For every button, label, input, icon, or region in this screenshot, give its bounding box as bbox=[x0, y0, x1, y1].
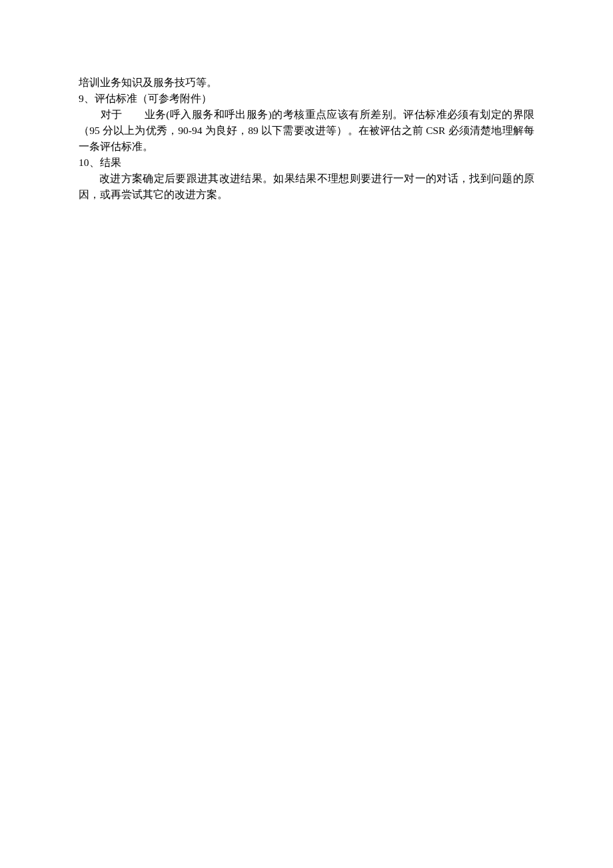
heading-item-9: 9、评估标准（可参考附件） bbox=[79, 91, 534, 107]
paragraph-result: 改进方案确定后要跟进其改进结果。如果结果不理想则要进行一对一的对话，找到问题的原… bbox=[79, 171, 534, 203]
paragraph-evaluation-standard: 对于 业务(呼入服务和呼出服务)的考核重点应该有所差别。评估标准必须有划定的界限… bbox=[79, 107, 534, 155]
paragraph-training-skills: 培训业务知识及服务技巧等。 bbox=[79, 75, 534, 91]
heading-item-10: 10、结果 bbox=[79, 155, 534, 171]
document-body: 培训业务知识及服务技巧等。 9、评估标准（可参考附件） 对于 业务(呼入服务和呼… bbox=[79, 75, 534, 203]
